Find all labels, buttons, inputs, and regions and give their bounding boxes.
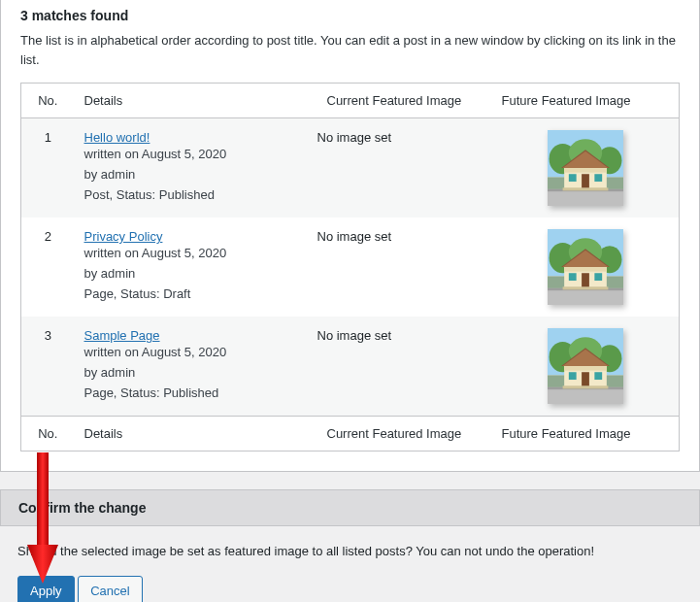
row-by: by admin	[84, 266, 136, 281]
svg-rect-35	[548, 387, 623, 404]
svg-rect-41	[569, 372, 577, 380]
matches-table: No. Details Current Featured Image Futur…	[20, 83, 680, 452]
row-number: 3	[21, 317, 75, 417]
table-header-row: No. Details Current Featured Image Futur…	[21, 84, 680, 118]
row-current-image: No image set	[317, 118, 492, 218]
col-footer-future: Future Featured Image	[492, 417, 680, 452]
row-number: 2	[21, 217, 75, 317]
row-type-status: Post, Status: Published	[84, 187, 215, 202]
row-future-image	[492, 317, 680, 417]
row-details: Privacy Policywritten on August 5, 2020b…	[75, 217, 317, 317]
row-future-image	[492, 118, 680, 218]
svg-rect-26	[569, 273, 577, 281]
svg-rect-13	[582, 174, 589, 189]
row-number: 1	[21, 118, 75, 218]
row-written: written on August 5, 2020	[84, 345, 227, 359]
svg-rect-28	[582, 273, 589, 288]
svg-rect-40	[564, 366, 607, 371]
svg-rect-43	[582, 372, 589, 387]
post-title-link[interactable]: Privacy Policy	[84, 229, 163, 244]
post-title-link[interactable]: Sample Page	[84, 328, 160, 343]
row-written: written on August 5, 2020	[84, 246, 227, 260]
table-footer-row: No. Details Current Featured Image Futur…	[21, 417, 680, 452]
table-row: 2Privacy Policywritten on August 5, 2020…	[21, 217, 680, 317]
row-written: written on August 5, 2020	[84, 147, 227, 161]
svg-rect-44	[562, 385, 608, 388]
apply-button[interactable]: Apply	[17, 576, 75, 602]
confirm-text: Should the selected image be set as feat…	[17, 544, 683, 558]
row-by: by admin	[84, 167, 136, 182]
svg-rect-29	[562, 286, 608, 289]
svg-rect-5	[548, 189, 623, 206]
row-details: Sample Pagewritten on August 5, 2020by a…	[75, 317, 317, 417]
row-type-status: Page, Status: Draft	[84, 286, 191, 301]
col-header-future: Future Featured Image	[492, 84, 680, 118]
col-header-current: Current Featured Image	[317, 84, 492, 118]
row-type-status: Page, Status: Published	[84, 385, 219, 400]
confirm-heading-bar: Confirm the change	[0, 489, 700, 526]
col-footer-current: Current Featured Image	[317, 417, 492, 452]
future-image-thumbnail	[548, 328, 623, 404]
row-by: by admin	[84, 365, 136, 380]
svg-rect-20	[548, 288, 623, 305]
svg-rect-11	[569, 174, 577, 182]
svg-rect-14	[562, 187, 608, 190]
cancel-button[interactable]: Cancel	[78, 576, 142, 602]
svg-rect-42	[594, 372, 602, 380]
svg-rect-27	[594, 273, 602, 281]
svg-rect-10	[564, 168, 607, 173]
col-header-details: Details	[75, 84, 317, 118]
table-row: 3Sample Pagewritten on August 5, 2020by …	[21, 317, 680, 417]
table-row: 1Hello world!written on August 5, 2020by…	[21, 118, 680, 218]
future-image-thumbnail	[548, 130, 623, 206]
col-footer-no: No.	[21, 417, 75, 452]
confirm-heading: Confirm the change	[18, 500, 682, 516]
row-details: Hello world!written on August 5, 2020by …	[75, 118, 317, 218]
col-footer-details: Details	[75, 417, 317, 452]
future-image-thumbnail	[548, 229, 623, 305]
row-current-image: No image set	[317, 217, 492, 317]
row-current-image: No image set	[317, 317, 492, 417]
post-title-link[interactable]: Hello world!	[84, 130, 150, 145]
row-future-image	[492, 217, 680, 317]
svg-rect-25	[564, 267, 607, 272]
matches-heading: 3 matches found	[20, 0, 680, 23]
matches-description: The list is in alphabetical order accord…	[20, 31, 680, 69]
svg-rect-12	[594, 174, 602, 182]
col-header-no: No.	[21, 84, 75, 118]
